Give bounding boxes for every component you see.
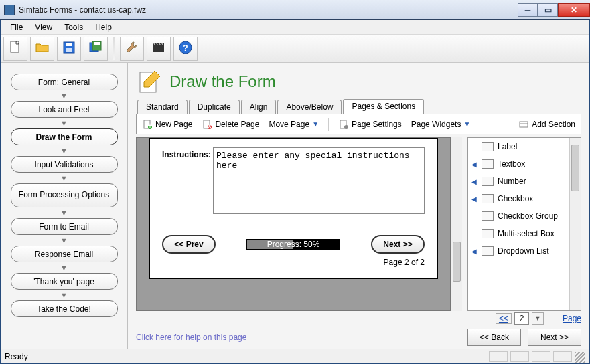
save-all-icon xyxy=(88,39,104,58)
tab-standard[interactable]: Standard xyxy=(137,100,188,114)
tab-duplicate[interactable]: Duplicate xyxy=(189,100,240,114)
form-prev-button[interactable]: << Prev xyxy=(162,235,216,254)
svg-rect-21 xyxy=(520,122,528,127)
status-text: Ready xyxy=(5,352,486,361)
menu-file[interactable]: File xyxy=(5,21,28,33)
help-icon: ? xyxy=(177,39,194,58)
resize-grip-icon[interactable] xyxy=(575,352,585,363)
help-link[interactable]: Click here for help on this page xyxy=(136,333,246,342)
settings-button[interactable] xyxy=(120,37,144,61)
clapper-icon xyxy=(151,39,167,58)
settings-wrench-icon xyxy=(124,39,140,58)
page-counter: Page 2 of 2 xyxy=(162,258,425,267)
step-draw-the-form[interactable]: Draw the Form xyxy=(11,128,118,145)
maximize-button[interactable]: ▭ xyxy=(538,3,558,17)
chevron-down-icon: ▼ xyxy=(60,265,68,270)
step-input-validations[interactable]: Input Validations xyxy=(11,156,118,173)
step-thank-you-page[interactable]: 'Thank you' page xyxy=(11,273,118,290)
svg-text:+: + xyxy=(147,121,152,130)
instructions-textarea[interactable] xyxy=(213,147,425,214)
svg-rect-8 xyxy=(153,46,164,52)
delete-page-button[interactable]: x Delete Page xyxy=(202,119,259,130)
multiselect-icon xyxy=(482,229,494,238)
expand-arrow-icon[interactable]: ◀ xyxy=(471,195,477,203)
svg-rect-4 xyxy=(66,48,72,52)
save-button[interactable] xyxy=(57,37,81,61)
menu-tools[interactable]: Tools xyxy=(59,21,88,33)
palette-item-multiselect[interactable]: Multi-select Box xyxy=(471,229,567,238)
main-toolbar: ? xyxy=(1,35,589,63)
page-widgets-dropdown[interactable]: Page Widgets ▼ xyxy=(411,120,471,129)
wizard-next-button[interactable]: Next >> xyxy=(528,329,581,346)
expand-arrow-icon[interactable]: ◀ xyxy=(471,161,477,168)
open-button[interactable] xyxy=(30,37,54,61)
page-settings-button[interactable]: Page Settings xyxy=(338,119,402,130)
instructions-label: Instructions: xyxy=(162,147,209,216)
step-form-general[interactable]: Form: General xyxy=(11,74,118,90)
script-button[interactable] xyxy=(147,37,171,61)
chevron-down-icon: ▼ xyxy=(60,238,68,243)
tab-align[interactable]: Align xyxy=(241,100,277,114)
save-icon xyxy=(61,39,77,58)
canvas-background[interactable]: Instructions: << Prev Progress: 50% xyxy=(136,137,451,311)
move-page-dropdown[interactable]: Move Page ▼ xyxy=(269,120,319,129)
delete-page-label: Delete Page xyxy=(215,120,259,129)
palette-item-textbox[interactable]: ◀Textbox xyxy=(471,159,567,169)
close-button[interactable]: ✕ xyxy=(558,3,590,17)
step-take-the-code[interactable]: Take the Code! xyxy=(11,300,118,317)
status-cell xyxy=(553,351,572,362)
wizard-back-button[interactable]: << Back xyxy=(467,329,521,346)
palette-scrollbar[interactable] xyxy=(569,138,581,310)
canvas-scrollbar[interactable] xyxy=(451,137,462,311)
step-form-to-email[interactable]: Form to Email xyxy=(11,218,118,235)
tab-pages-sections[interactable]: Pages & Sections xyxy=(343,99,424,114)
scrollbar-thumb[interactable] xyxy=(571,145,579,191)
chevron-down-icon: ▼ xyxy=(60,210,68,215)
progress-label: Progress: 50% xyxy=(267,240,320,249)
add-section-button[interactable]: Add Section xyxy=(518,119,575,130)
chevron-down-icon: ▼ xyxy=(60,148,68,153)
palette-item-checkbox[interactable]: ◀Checkbox xyxy=(471,194,567,203)
palette-item-text: Checkbox xyxy=(498,194,533,203)
page-settings-icon xyxy=(338,119,349,130)
status-cell xyxy=(532,351,550,362)
page-title: Draw the Form xyxy=(169,72,276,91)
page-widgets-label: Page Widgets xyxy=(411,120,461,129)
menu-view[interactable]: View xyxy=(29,21,58,33)
step-form-processing-options[interactable]: Form Processing Options xyxy=(11,183,118,207)
status-bar: Ready xyxy=(1,349,589,363)
menu-help[interactable]: Help xyxy=(90,21,117,33)
form-page[interactable]: Instructions: << Prev Progress: 50% xyxy=(149,138,438,279)
pager-page-input[interactable] xyxy=(514,312,529,325)
scrollbar-thumb[interactable] xyxy=(453,242,461,282)
pager-dropdown-button[interactable]: ▼ xyxy=(532,312,544,325)
wizard-sidebar: Form: General ▼ Look and Feel ▼ Draw the… xyxy=(1,63,128,349)
step-response-email[interactable]: Response Email xyxy=(11,246,118,262)
expand-arrow-icon[interactable]: ◀ xyxy=(471,178,477,185)
pager-page-link[interactable]: Page xyxy=(563,314,581,323)
window-title: Simfatic Forms - contact us-cap.fwz xyxy=(19,5,518,15)
expand-arrow-icon[interactable]: ◀ xyxy=(471,248,477,255)
minimize-button[interactable]: ─ xyxy=(518,3,538,17)
status-cell xyxy=(510,351,529,362)
new-page-button[interactable]: + New Page xyxy=(142,119,192,130)
tab-strip: Standard Duplicate Align Above/Below Pag… xyxy=(136,99,581,114)
palette-item-text: Label xyxy=(498,142,517,151)
page-settings-label: Page Settings xyxy=(352,120,402,129)
palette-item-dropdown[interactable]: ◀Dropdown List xyxy=(471,246,567,256)
palette-item-checkbox-group[interactable]: Checkbox Group xyxy=(471,211,567,221)
help-button[interactable]: ? xyxy=(173,37,198,61)
dropdown-arrow-icon: ▼ xyxy=(312,120,319,128)
step-look-and-feel[interactable]: Look and Feel xyxy=(11,101,118,118)
svg-text:?: ? xyxy=(183,43,188,53)
tab-above-below[interactable]: Above/Below xyxy=(277,100,342,114)
form-next-button[interactable]: Next >> xyxy=(371,235,425,254)
palette-item-text: Dropdown List xyxy=(498,246,549,256)
textbox-icon xyxy=(482,159,494,169)
pager-prev-button[interactable]: << xyxy=(496,313,512,324)
palette-item-number[interactable]: ◀Number xyxy=(471,177,567,186)
save-all-button[interactable] xyxy=(84,37,108,61)
new-file-button[interactable] xyxy=(3,37,27,61)
palette-item-label[interactable]: Label xyxy=(471,142,567,151)
svg-rect-7 xyxy=(94,42,100,45)
